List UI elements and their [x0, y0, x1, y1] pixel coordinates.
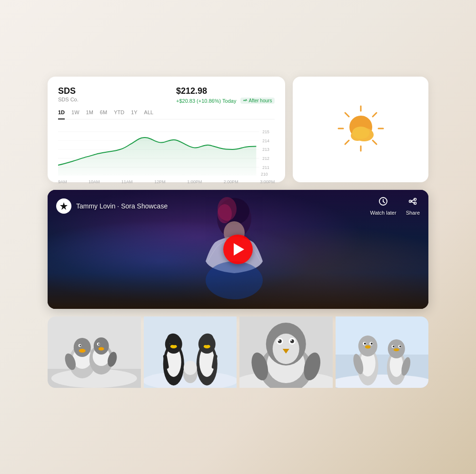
svg-text:211: 211 — [262, 165, 269, 170]
svg-point-83 — [290, 340, 292, 341]
video-logo — [56, 198, 71, 214]
weather-card — [293, 77, 428, 182]
top-row: SDS SDS Co. $212.98 +$20.83 (+10.86%) To… — [48, 77, 428, 182]
svg-line-15 — [345, 113, 349, 117]
svg-text:215: 215 — [262, 129, 269, 134]
stock-price: $212.98 — [176, 86, 275, 96]
svg-point-40 — [74, 338, 91, 357]
main-container: SDS SDS Co. $212.98 +$20.83 (+10.86%) To… — [48, 77, 428, 388]
photo-item-1[interactable] — [48, 316, 141, 388]
svg-line-31 — [383, 202, 385, 203]
svg-point-104 — [399, 346, 401, 347]
svg-text:213: 213 — [262, 147, 269, 152]
video-header: Tammy Lovin · Sora Showcase Watch later — [48, 190, 428, 222]
stock-info: SDS SDS Co. — [58, 86, 79, 102]
svg-point-69 — [183, 361, 197, 375]
tab-1m[interactable]: 1M — [86, 109, 93, 116]
svg-point-49 — [99, 347, 104, 351]
share-button[interactable]: Share — [406, 197, 420, 216]
play-button[interactable] — [223, 235, 253, 264]
svg-point-43 — [79, 349, 86, 353]
svg-point-22 — [352, 127, 369, 139]
video-title: Tammy Lovin · Sora Showcase — [76, 202, 168, 210]
video-title-group: Tammy Lovin · Sora Showcase — [56, 198, 168, 214]
svg-point-80 — [278, 340, 279, 341]
tab-all[interactable]: ALL — [144, 109, 154, 116]
svg-text:214: 214 — [262, 138, 269, 143]
stock-card: SDS SDS Co. $212.98 +$20.83 (+10.86%) To… — [48, 77, 285, 182]
svg-line-17 — [373, 113, 377, 117]
svg-point-88 — [336, 375, 429, 388]
tab-1w[interactable]: 1W — [71, 109, 79, 116]
svg-point-59 — [170, 345, 177, 348]
stock-ticker: SDS — [58, 86, 79, 96]
svg-point-33 — [414, 202, 416, 205]
after-hours-badge: After hours — [240, 98, 275, 104]
watch-later-label: Watch later — [370, 210, 396, 216]
play-triangle-icon — [234, 243, 244, 256]
photo-item-4[interactable] — [336, 316, 429, 388]
video-actions: Watch later Share — [370, 197, 420, 216]
svg-point-93 — [364, 343, 366, 345]
svg-line-18 — [345, 140, 349, 144]
svg-point-96 — [365, 346, 370, 349]
stock-chart: 215 214 213 212 211 210 9AM 10AM 11AM 12… — [58, 123, 275, 176]
svg-point-42 — [79, 345, 81, 346]
svg-point-48 — [98, 344, 99, 345]
svg-point-66 — [203, 345, 210, 348]
stock-header: SDS SDS Co. $212.98 +$20.83 (+10.86%) To… — [58, 86, 275, 104]
tab-ytd[interactable]: YTD — [114, 109, 124, 116]
tab-6m[interactable]: 6M — [100, 109, 107, 116]
svg-point-105 — [393, 348, 399, 351]
photos-row — [48, 316, 428, 388]
tab-1y[interactable]: 1Y — [131, 109, 137, 116]
svg-line-16 — [373, 140, 377, 144]
svg-point-37 — [51, 369, 137, 388]
watch-later-icon — [378, 197, 388, 208]
tab-1d[interactable]: 1D — [58, 109, 65, 119]
photo-item-2[interactable] — [144, 316, 237, 388]
svg-point-46 — [94, 337, 109, 355]
share-label: Share — [406, 210, 420, 216]
chart-x-labels: 9AM 10AM 11AM 12PM 1:00PM 2:00PM 3:00PM — [58, 179, 275, 184]
video-card: Tammy Lovin · Sora Showcase Watch later — [48, 190, 428, 309]
svg-point-32 — [414, 198, 416, 201]
stock-price-info: $212.98 +$20.83 (+10.86%) Today After ho… — [176, 86, 275, 104]
svg-rect-87 — [336, 316, 429, 355]
svg-point-102 — [392, 346, 394, 347]
svg-point-28 — [206, 261, 263, 299]
stock-company: SDS Co. — [58, 97, 79, 102]
photo-item-3[interactable] — [239, 316, 333, 388]
svg-point-95 — [370, 343, 372, 345]
share-icon — [408, 197, 417, 208]
stock-change: +$20.83 (+10.86%) Today After hours — [176, 98, 275, 104]
watch-later-button[interactable]: Watch later — [370, 197, 396, 216]
svg-text:212: 212 — [262, 156, 269, 161]
svg-text:210: 210 — [261, 172, 268, 176]
time-tabs: 1D 1W 1M 6M YTD 1Y ALL — [58, 109, 275, 119]
weather-icon — [335, 102, 387, 157]
